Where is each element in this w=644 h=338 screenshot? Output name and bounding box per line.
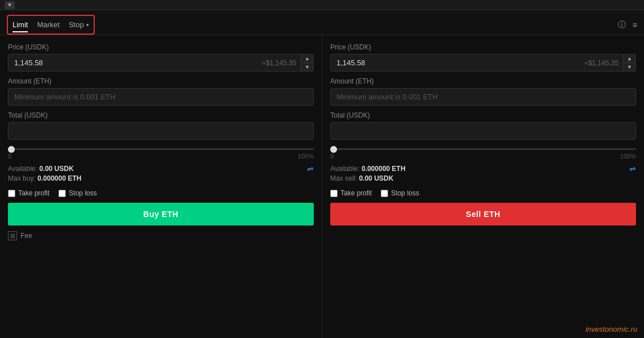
buy-take-profit-label: Take profit — [18, 189, 49, 197]
sell-stop-loss-label: Stop loss — [391, 189, 419, 197]
sell-slider-min: 0 — [330, 153, 334, 160]
sell-swap-icon[interactable]: ⇌ — [629, 164, 636, 173]
buy-price-approx: ≈$1,145.35 — [258, 55, 301, 71]
sell-price-label: Price (USDK) — [330, 43, 636, 51]
tab-stop-label: Stop — [69, 20, 84, 29]
menu-icon[interactable]: ≡ — [633, 20, 637, 30]
watermark: investonomic.ru — [586, 325, 637, 333]
buy-slider-min: 0 — [8, 153, 11, 160]
sell-take-profit-label: Take profit — [340, 189, 372, 197]
buy-available-row: Available: 0.00 USDK ⇌ — [8, 164, 314, 173]
buy-price-label: Price (USDK) — [8, 43, 314, 51]
buy-price-spinners: ▲ ▼ — [301, 55, 313, 71]
buy-stop-loss-checkbox[interactable] — [58, 190, 66, 197]
sell-price-input[interactable] — [331, 55, 580, 71]
buy-total-input[interactable] — [8, 122, 314, 140]
tab-limit[interactable]: Limit — [12, 18, 28, 32]
buy-amount-label: Amount (ETH) — [8, 77, 314, 85]
help-icon[interactable]: ⓘ — [618, 20, 626, 30]
sell-slider[interactable] — [330, 148, 636, 150]
buy-slider-max: 100% — [298, 153, 314, 160]
sell-button[interactable]: Sell ETH — [330, 203, 636, 226]
buy-swap-icon[interactable]: ⇌ — [307, 164, 314, 173]
fee-label: Fee — [20, 232, 32, 240]
buy-slider-labels: 0 100% — [8, 153, 314, 160]
buy-slider[interactable] — [8, 148, 314, 150]
buy-take-profit-item[interactable]: Take profit — [8, 189, 49, 197]
buy-amount-input-row — [8, 88, 314, 106]
sell-slider-container: 0 100% — [330, 143, 636, 160]
sell-max-value: 0.00 USDK — [359, 174, 394, 182]
tab-bar-actions: ⓘ ≡ — [618, 20, 637, 30]
buy-stop-loss-label: Stop loss — [69, 189, 96, 197]
buy-total-label: Total (USDK) — [8, 111, 314, 119]
buy-price-up[interactable]: ▲ — [301, 55, 313, 63]
sell-price-input-row: ≈$1,145.35 ▲ ▼ — [330, 54, 636, 72]
buy-max-value: 0.000000 ETH — [37, 174, 81, 182]
top-bar: ▼ — [0, 0, 644, 10]
buy-max-row: Max buy: 0.000000 ETH — [8, 174, 314, 182]
sell-amount-label: Amount (ETH) — [330, 77, 636, 85]
sell-price-up[interactable]: ▲ — [624, 55, 635, 63]
buy-available-value: 0.00 USDK — [39, 165, 74, 173]
dropdown-arrow: ▼ — [7, 2, 12, 8]
main-content: Limit Market Stop ▾ ⓘ ≡ Price (USDK) ≈$1… — [0, 10, 644, 338]
buy-slider-container: 0 100% — [8, 143, 314, 160]
sell-total-label: Total (USDK) — [330, 111, 636, 119]
stop-dropdown-arrow: ▾ — [86, 22, 89, 28]
sell-available-label: Available: 0.000000 ETH — [330, 165, 406, 173]
buy-amount-input[interactable] — [9, 89, 313, 105]
logo-icon[interactable]: ▼ — [5, 1, 15, 9]
tab-bar: Limit Market Stop ▾ ⓘ ≡ — [0, 10, 644, 35]
sell-price-approx: ≈$1,145.35 — [580, 55, 623, 71]
fee-row[interactable]: ☒ Fee — [8, 231, 314, 240]
sell-amount-input-row — [330, 88, 636, 106]
sell-stop-loss-checkbox[interactable] — [381, 190, 388, 197]
tab-group-bordered: Limit Market Stop ▾ — [7, 15, 95, 35]
sell-available-row: Available: 0.000000 ETH ⇌ — [330, 164, 636, 173]
sell-checkboxes: Take profit Stop loss — [330, 189, 636, 197]
sell-available-value: 0.000000 ETH — [361, 165, 405, 173]
sell-take-profit-item[interactable]: Take profit — [330, 189, 372, 197]
sell-price-spinners: ▲ ▼ — [623, 55, 635, 71]
sell-slider-max: 100% — [620, 153, 636, 160]
sell-max-row: Max sell: 0.00 USDK — [330, 174, 636, 182]
buy-price-down[interactable]: ▼ — [301, 63, 313, 71]
tab-market[interactable]: Market — [37, 18, 60, 31]
sell-price-down[interactable]: ▼ — [624, 63, 635, 71]
buy-available-label: Available: 0.00 USDK — [8, 165, 74, 173]
sell-slider-labels: 0 100% — [330, 153, 636, 160]
fee-icon: ☒ — [8, 231, 17, 240]
buy-stop-loss-item[interactable]: Stop loss — [58, 189, 96, 197]
trading-panels: Price (USDK) ≈$1,145.35 ▲ ▼ Amount (ETH)… — [0, 35, 644, 338]
buy-price-input-row: ≈$1,145.35 ▲ ▼ — [8, 54, 314, 72]
tab-stop[interactable]: Stop ▾ — [69, 20, 89, 29]
sell-take-profit-checkbox[interactable] — [330, 190, 338, 197]
buy-take-profit-checkbox[interactable] — [8, 190, 15, 197]
buy-button[interactable]: Buy ETH — [8, 203, 314, 226]
sell-total-input[interactable] — [330, 122, 636, 140]
buy-checkboxes: Take profit Stop loss — [8, 189, 314, 197]
buy-panel: Price (USDK) ≈$1,145.35 ▲ ▼ Amount (ETH)… — [0, 35, 322, 338]
sell-amount-input[interactable] — [331, 89, 635, 105]
sell-panel: Price (USDK) ≈$1,145.35 ▲ ▼ Amount (ETH)… — [322, 35, 644, 338]
sell-stop-loss-item[interactable]: Stop loss — [381, 189, 419, 197]
buy-price-input[interactable] — [9, 55, 258, 71]
